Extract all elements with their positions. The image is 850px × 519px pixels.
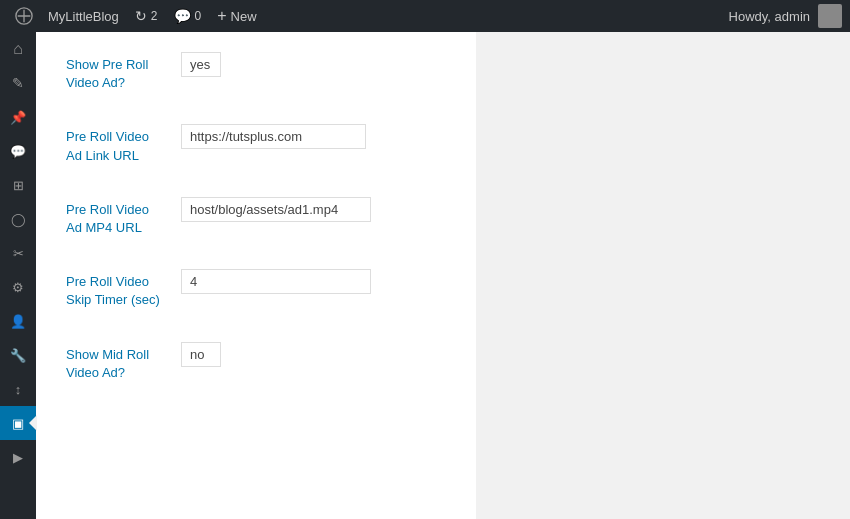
layout: ⌂ ✎ 📌 💬 ⊞ ◯ ✂ ⚙ 👤 🔧 ↕ ▣ ▶ Show Pre Roll … [0, 32, 850, 519]
sidebar-icon-tools[interactable]: 🔧 [0, 338, 36, 372]
settings-panel: Show Pre Roll Video Ad? Pre Roll Video A… [36, 32, 476, 519]
label-pre-roll-mp4: Pre Roll Video Ad MP4 URL [66, 197, 161, 237]
sidebar-icon-settings[interactable]: ↕ [0, 372, 36, 406]
label-show-mid-roll: Show Mid Roll Video Ad? [66, 342, 161, 382]
form-row-pre-roll-mp4: Pre Roll Video Ad MP4 URL [66, 197, 446, 237]
updates[interactable]: ↻ 2 [127, 0, 166, 32]
input-pre-roll-link[interactable] [181, 124, 366, 149]
sidebar-icon-video[interactable]: ▣ [0, 406, 36, 440]
sidebar-icon-dashboard[interactable]: ⌂ [0, 32, 36, 66]
admin-right: Howdy, admin [729, 4, 842, 28]
sidebar-icon-plugins[interactable]: ⚙ [0, 270, 36, 304]
sidebar: ⌂ ✎ 📌 💬 ⊞ ◯ ✂ ⚙ 👤 🔧 ↕ ▣ ▶ [0, 32, 36, 519]
sidebar-icon-pages[interactable]: ⊞ [0, 168, 36, 202]
form-row-pre-roll-link: Pre Roll Video Ad Link URL [66, 124, 446, 164]
sidebar-icon-feedback[interactable]: ◯ [0, 202, 36, 236]
input-wrap-show-pre-roll [181, 52, 446, 77]
admin-bar: MyLittleBlog ↻ 2 💬 0 + New Howdy, admin [0, 0, 850, 32]
sidebar-icon-posts[interactable]: ✎ [0, 66, 36, 100]
label-pre-roll-skip: Pre Roll Video Skip Timer (sec) [66, 269, 161, 309]
comments[interactable]: 💬 0 [166, 0, 210, 32]
sidebar-icon-play[interactable]: ▶ [0, 440, 36, 474]
sidebar-icon-comments[interactable]: 💬 [0, 134, 36, 168]
input-show-mid-roll[interactable] [181, 342, 221, 367]
sidebar-icon-users[interactable]: 👤 [0, 304, 36, 338]
input-show-pre-roll[interactable] [181, 52, 221, 77]
input-pre-roll-mp4[interactable] [181, 197, 371, 222]
form-row-show-mid-roll: Show Mid Roll Video Ad? [66, 342, 446, 382]
input-wrap-pre-roll-link [181, 124, 446, 149]
wp-logo[interactable] [8, 0, 40, 32]
form-row-pre-roll-skip: Pre Roll Video Skip Timer (sec) [66, 269, 446, 309]
input-wrap-show-mid-roll [181, 342, 446, 367]
label-show-pre-roll: Show Pre Roll Video Ad? [66, 52, 161, 92]
form-row-show-pre-roll: Show Pre Roll Video Ad? [66, 52, 446, 92]
new-content[interactable]: + New [209, 0, 264, 32]
sidebar-icon-appearance[interactable]: ✂ [0, 236, 36, 270]
input-wrap-pre-roll-skip [181, 269, 446, 294]
input-pre-roll-skip[interactable] [181, 269, 371, 294]
avatar[interactable] [818, 4, 842, 28]
label-pre-roll-link: Pre Roll Video Ad Link URL [66, 124, 161, 164]
sidebar-icon-pin[interactable]: 📌 [0, 100, 36, 134]
main-content: Show Pre Roll Video Ad? Pre Roll Video A… [36, 32, 850, 519]
input-wrap-pre-roll-mp4 [181, 197, 446, 222]
site-name[interactable]: MyLittleBlog [40, 0, 127, 32]
